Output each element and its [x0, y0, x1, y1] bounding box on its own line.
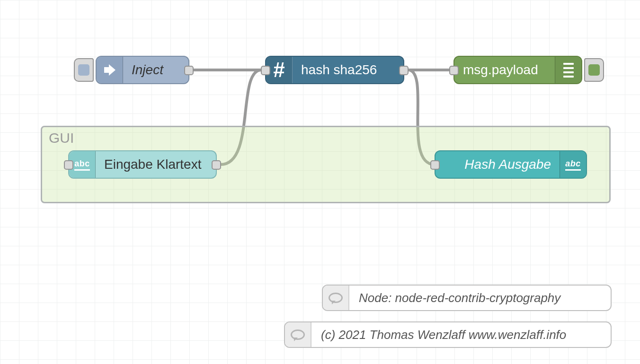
abc-icon: abc [560, 151, 586, 178]
input-port[interactable] [261, 66, 270, 75]
output-port[interactable] [184, 66, 194, 75]
speech-bubble-icon [285, 322, 311, 347]
node-comment[interactable]: Node: node-red-contrib-cryptography [322, 285, 612, 311]
speech-bubble-icon [323, 286, 349, 310]
node-label: Eingabe Klartext [96, 157, 216, 172]
output-port[interactable] [399, 66, 409, 75]
node-inject[interactable]: Inject [96, 56, 189, 84]
inject-trigger-button[interactable] [74, 58, 94, 82]
comment-text: (c) 2021 Thomas Wenzlaff www.wenzlaff.in… [311, 328, 576, 342]
node-hash[interactable]: # hash sha256 [265, 56, 404, 84]
square-icon [78, 64, 89, 76]
node-label: msg.payload [454, 62, 555, 78]
input-port[interactable] [430, 160, 440, 170]
arrow-icon [97, 57, 123, 83]
node-debug[interactable]: msg.payload [453, 56, 582, 84]
node-ui-text-output[interactable]: Hash Ausgabe abc [435, 150, 587, 179]
group-label: GUI [49, 130, 74, 146]
node-label: Hash Ausgabe [436, 157, 560, 172]
node-ui-text-input[interactable]: abc Eingabe Klartext [68, 150, 217, 179]
output-port[interactable] [212, 160, 221, 170]
node-label: Inject [123, 62, 188, 78]
debug-toggle-button[interactable] [584, 58, 604, 82]
input-port[interactable] [449, 66, 459, 75]
debug-lines-icon [555, 57, 581, 83]
square-icon [588, 64, 600, 76]
comment-text: Node: node-red-contrib-cryptography [349, 291, 570, 305]
node-comment[interactable]: (c) 2021 Thomas Wenzlaff www.wenzlaff.in… [284, 321, 612, 348]
input-port[interactable] [64, 160, 73, 170]
node-label: hash sha256 [293, 62, 403, 78]
